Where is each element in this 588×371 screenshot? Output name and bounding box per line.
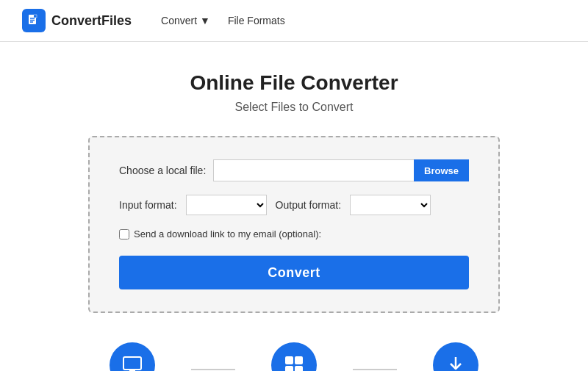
- file-label: Choose a local file:: [119, 165, 207, 176]
- output-format-select[interactable]: [350, 195, 431, 215]
- email-label: Send a download link to my email (option…: [134, 228, 321, 239]
- email-row: Send a download link to my email (option…: [119, 228, 469, 239]
- chevron-down-icon: ▼: [200, 15, 210, 26]
- step-3: Step 3 Download your converted file imme…: [397, 342, 514, 371]
- output-format-label: Output format:: [276, 199, 341, 211]
- main-nav: Convert ▼ File Formats: [161, 15, 285, 26]
- format-row: Input format: Output format:: [119, 195, 469, 215]
- logo: ConvertFiles: [22, 9, 132, 32]
- page-subtitle: Select Files to Convert: [235, 101, 354, 114]
- step-line-2: [353, 369, 397, 370]
- converter-form: Choose a local file: Browse Input format…: [88, 136, 500, 313]
- email-checkbox[interactable]: [119, 229, 129, 239]
- nav-convert[interactable]: Convert ▼: [161, 15, 210, 26]
- step-1: Step 1 Select a file from your computer: [74, 342, 191, 371]
- step-2-icon: [271, 342, 317, 371]
- browse-button[interactable]: Browse: [414, 159, 469, 181]
- header: ConvertFiles Convert ▼ File Formats: [0, 0, 588, 42]
- file-text-input[interactable]: [213, 159, 414, 181]
- steps-container: Step 1 Select a file from your computer …: [74, 342, 514, 371]
- svg-rect-9: [286, 367, 293, 371]
- svg-rect-4: [123, 357, 141, 370]
- step-line-1: [191, 369, 235, 370]
- input-format-select[interactable]: [186, 195, 267, 215]
- nav-file-formats[interactable]: File Formats: [228, 15, 285, 26]
- logo-text: ConvertFiles: [51, 13, 132, 29]
- main-content: Online File Converter Select Files to Co…: [0, 42, 588, 371]
- svg-rect-7: [286, 357, 293, 364]
- input-format-label: Input format:: [119, 199, 177, 211]
- step-1-icon: [110, 342, 155, 371]
- logo-icon: [22, 9, 46, 32]
- file-input-area: Browse: [213, 159, 469, 181]
- svg-rect-10: [295, 367, 302, 371]
- convert-button[interactable]: Convert: [119, 256, 469, 289]
- svg-rect-8: [295, 357, 302, 364]
- step-3-icon: [433, 342, 478, 371]
- step-2: Step 2 Choose a destination format. (We …: [235, 342, 353, 371]
- file-row: Choose a local file: Browse: [119, 159, 469, 181]
- page-title: Online File Converter: [190, 71, 398, 95]
